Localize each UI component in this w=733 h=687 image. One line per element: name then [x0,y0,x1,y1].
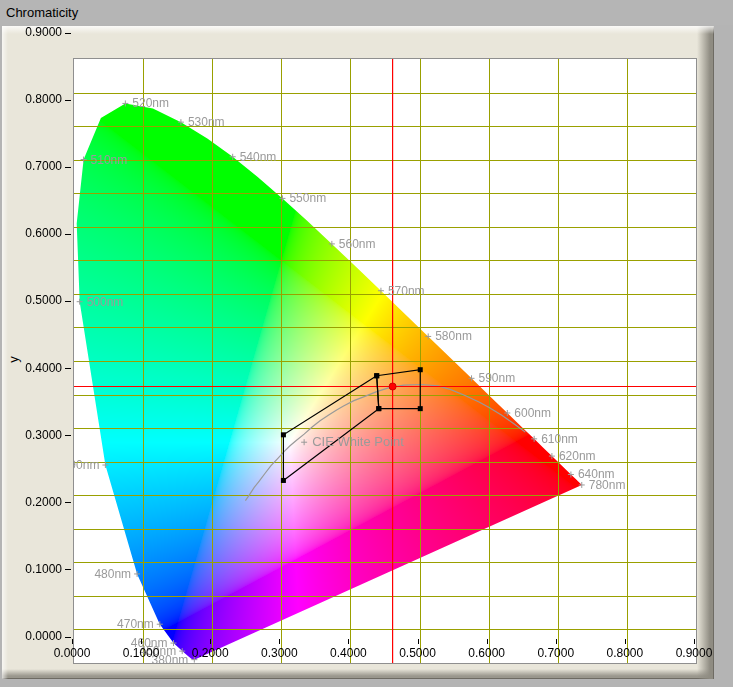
wavelength-marker [579,482,585,488]
wavelength-label: 560nm [339,237,376,251]
wavelength-label: 530nm [188,115,225,129]
wavelength-marker [504,410,510,416]
wavelength-label: 460nm [131,636,168,650]
white-region-quad-corner-marker [374,373,379,378]
wavelength-label: 480nm [94,567,131,581]
wavelength-label: 600nm [514,406,551,420]
white-region-quad-corner-marker [281,432,286,437]
wavelength-marker [122,100,128,106]
wavelength-label: 610nm [541,432,578,446]
wavelength-label: 540nm [240,150,277,164]
wavelength-marker [568,471,574,477]
wavelength-marker [157,621,163,627]
cct-bin-quad-corner-marker [418,406,423,411]
wavelength-marker [469,375,475,381]
wavelength-marker [230,154,236,160]
wavelength-label: 520nm [132,96,169,110]
wavelength-label: 490nm [74,458,99,472]
wavelength-label: 580nm [435,329,472,343]
white-point-label: CIE White Point [312,434,404,449]
wavelength-marker [549,453,555,459]
cct-bin-quad-corner-marker [418,367,423,372]
wavelength-marker [425,333,431,339]
wavelength-marker [378,288,384,294]
chart-panel: CIE White Point380nm450nm460nm470nm480nm… [2,26,714,679]
white-region-quad-corner-marker [376,406,381,411]
wavelength-marker [178,119,184,125]
wavelength-label: 780nm [589,478,626,492]
wavelength-label: 570nm [388,284,425,298]
wavelength-label: 470nm [117,617,154,631]
white-point-marker [301,439,307,445]
white-region-quad-corner-marker [281,478,286,483]
wavelength-label: 500nm [87,295,124,309]
y-axis-title: y [6,356,21,363]
wavelength-label: 510nm [91,153,128,167]
wavelength-marker [329,241,335,247]
wavelength-marker [191,657,197,663]
wavelength-marker [77,299,83,305]
wavelength-marker [279,195,285,201]
chart-overlay: CIE White Point380nm450nm460nm470nm480nm… [74,59,696,663]
wavelength-label: 590nm [479,371,516,385]
wavelength-marker [81,157,87,163]
plot-area[interactable]: CIE White Point380nm450nm460nm470nm480nm… [73,58,697,664]
window-title: Chromaticity [0,0,733,25]
cursor-dot[interactable] [389,383,396,390]
wavelength-label: 620nm [559,449,596,463]
wavelength-marker [531,436,537,442]
wavelength-marker [134,571,140,577]
wavelength-label: 550nm [289,191,326,205]
